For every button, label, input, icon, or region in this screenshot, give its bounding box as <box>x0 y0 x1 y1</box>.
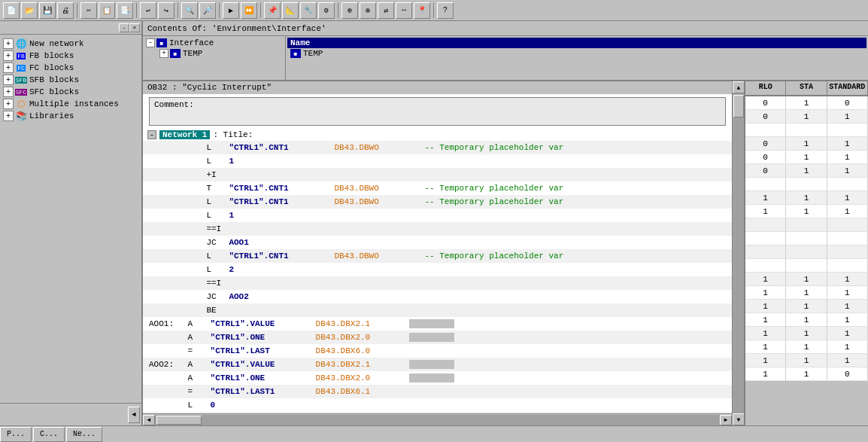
sep5 <box>260 3 261 18</box>
open-btn[interactable]: 📂 <box>21 2 38 19</box>
toggle-libraries[interactable]: + <box>3 111 14 121</box>
network-title: : Title: <box>213 130 253 139</box>
rlo-cell-12 <box>745 259 786 272</box>
swap-btn[interactable]: ⇄ <box>378 2 394 19</box>
status-row-6 <box>745 178 868 191</box>
help-btn[interactable]: ? <box>437 2 454 19</box>
status-row-17: 1 1 1 <box>745 327 868 340</box>
status-row-3: 0 1 1 <box>745 137 868 151</box>
interface-tree-item[interactable]: - ■ Interface <box>144 38 284 48</box>
remove-btn[interactable]: ⊗ <box>360 2 376 19</box>
undo-btn[interactable]: ↩ <box>140 2 156 19</box>
code-row-5: L 1 <box>143 209 732 222</box>
code-area: OB32 : "Cyclic Interrupt" Comment: - Net… <box>143 81 868 425</box>
rlo-cell-10 <box>745 232 786 245</box>
sidebar-item-sfc-blocks[interactable]: + SFC SFC blocks <box>0 86 141 98</box>
copy-btn[interactable]: 📋 <box>99 2 115 19</box>
arrow-btn[interactable]: ↔ <box>396 2 412 19</box>
iface-toggle[interactable]: - <box>146 38 155 47</box>
code-scrollable[interactable]: OB32 : "Cyclic Interrupt" Comment: - Net… <box>143 81 732 413</box>
new-btn[interactable]: 📄 <box>3 2 20 19</box>
paste-btn[interactable]: 📑 <box>117 2 133 19</box>
toggle-new-network[interactable]: + <box>3 38 14 49</box>
std-cell-4: 1 <box>827 151 868 163</box>
std-cell-13: 1 <box>827 273 868 285</box>
network-header: - Network 1 : Title: <box>143 129 732 141</box>
h-scroll-right-btn[interactable]: ► <box>720 415 732 425</box>
rlo-cell-11 <box>745 245 786 258</box>
sep7 <box>433 3 434 18</box>
sta-cell-2 <box>786 123 827 136</box>
std-cell-9 <box>827 218 868 231</box>
std-cell-11 <box>827 245 868 258</box>
config-btn[interactable]: ⚙ <box>318 2 335 19</box>
zoom-out-btn[interactable]: 🔎 <box>199 2 216 19</box>
std-cell-15: 1 <box>827 300 868 312</box>
sta-cell-7: 1 <box>786 191 827 204</box>
libraries-icon: 📚 <box>15 111 27 121</box>
code-row-aoo1-a-one: A "CTRL1".ONE DB43.DBX2.0 <box>143 331 732 344</box>
code-row-3: T "CTRL1".CNT1 DB43.DBWO -- Temporary pl… <box>143 181 732 195</box>
minimize-btn[interactable]: - <box>119 23 129 32</box>
pin-btn[interactable]: 📍 <box>414 2 430 19</box>
comment-box: Comment: <box>149 97 726 126</box>
sidebar-item-fb-blocks[interactable]: + FB FB blocks <box>0 50 141 62</box>
rlo-cell-0: 0 <box>745 96 786 109</box>
step-btn[interactable]: ⏩ <box>241 2 257 19</box>
sta-cell-13: 1 <box>786 273 827 285</box>
cut-btn[interactable]: ✂ <box>80 2 97 19</box>
format-btn[interactable]: 📐 <box>282 2 299 19</box>
rlo-cell-6 <box>745 178 786 191</box>
status-row-11 <box>745 245 868 259</box>
v-scroll-up-btn[interactable]: ▲ <box>733 81 745 93</box>
std-cell-16: 1 <box>827 313 868 326</box>
zoom-in-btn[interactable]: 🔍 <box>181 2 198 19</box>
add-btn[interactable]: ⊕ <box>341 2 358 19</box>
toggle-fc-blocks[interactable]: + <box>3 62 14 73</box>
iface-sub-toggle[interactable]: + <box>159 49 168 58</box>
std-cell-6 <box>827 178 868 191</box>
status-tab-c[interactable]: C... <box>33 427 65 442</box>
collapse-side-btn[interactable]: ◄ <box>128 407 140 423</box>
rlo-cell-19: 1 <box>745 354 786 367</box>
status-tab-p[interactable]: P... <box>0 427 32 442</box>
sidebar-item-fc-blocks[interactable]: + FC FC blocks <box>0 62 141 74</box>
h-scroll-track[interactable] <box>155 415 720 425</box>
save-btn[interactable]: 💾 <box>39 2 56 19</box>
interface-sub-item[interactable]: + ■ TEMP <box>144 48 284 59</box>
v-scroll-track[interactable] <box>733 93 744 413</box>
sta-cell-6 <box>786 178 827 191</box>
code-row-aoo1-eq-last: = "CTRL1".LAST DB43.DBX6.0 <box>143 344 732 358</box>
redo-btn[interactable]: ↪ <box>158 2 175 19</box>
std-cell-2 <box>827 123 868 136</box>
close-btn[interactable]: × <box>129 23 140 32</box>
status-row-16: 1 1 1 <box>745 313 868 327</box>
toggle-sfb-blocks[interactable]: + <box>3 75 14 85</box>
status-tab-ne[interactable]: Ne... <box>66 427 102 442</box>
toggle-fb-blocks[interactable]: + <box>3 50 14 61</box>
status-row-5: 0 1 1 <box>745 164 868 178</box>
sidebar-item-libraries[interactable]: + 📚 Libraries <box>0 110 141 122</box>
insert-btn[interactable]: 📌 <box>264 2 281 19</box>
std-cell-1: 1 <box>827 110 868 123</box>
sidebar-item-multiple-instances[interactable]: + ⬡ Multiple instances <box>0 98 141 110</box>
toggle-instances[interactable]: + <box>3 99 14 109</box>
status-row-15: 1 1 1 <box>745 300 868 313</box>
settings-btn[interactable]: 🔧 <box>300 2 317 19</box>
code-row-aoo2-a-value: AOO2: A "CTRL1".VALUE DB43.DBX2.1 <box>143 358 732 371</box>
run-btn[interactable]: ▶ <box>223 2 239 19</box>
h-scroll-left-btn[interactable]: ◄ <box>143 415 155 425</box>
instances-icon: ⬡ <box>15 99 27 109</box>
print-btn[interactable]: 🖨 <box>57 2 74 19</box>
sidebar-item-new-network[interactable]: + 🌐 New network <box>0 38 141 50</box>
rlo-cell-20: 1 <box>745 367 786 380</box>
v-scroll-down-btn[interactable]: ▼ <box>733 413 745 425</box>
v-scroll-thumb[interactable] <box>733 95 744 117</box>
h-scroll-thumb[interactable] <box>156 416 202 425</box>
network-toggle[interactable]: - <box>147 130 156 139</box>
sta-cell-10 <box>786 232 827 245</box>
sidebar-item-sfb-blocks[interactable]: + SFB SFB blocks <box>0 74 141 86</box>
standard-header: STANDARD <box>827 81 868 95</box>
status-row-18: 1 1 1 <box>745 340 868 354</box>
toggle-sfc-blocks[interactable]: + <box>3 87 14 97</box>
